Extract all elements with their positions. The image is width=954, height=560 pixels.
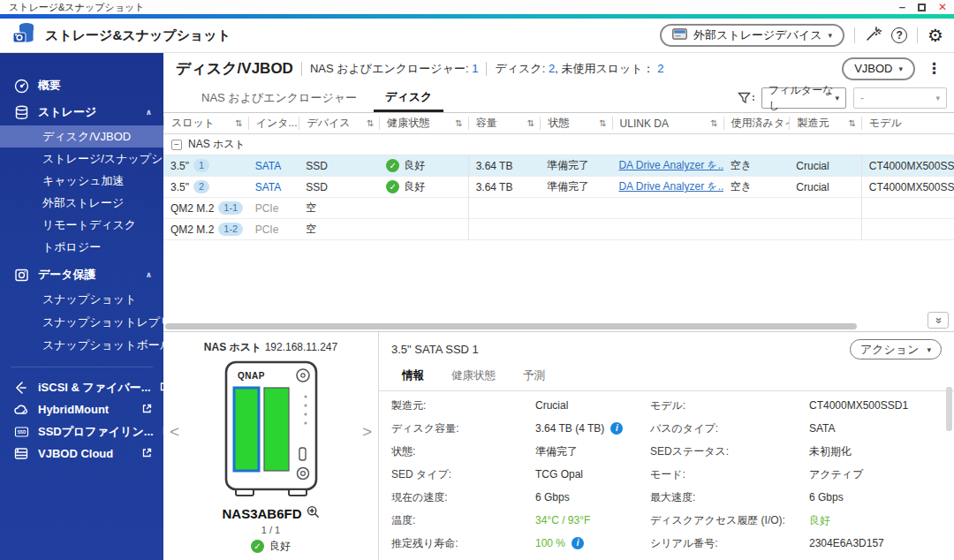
sort-icon[interactable]: ⇅ [599,118,606,128]
sort-icon[interactable]: ⇅ [527,118,534,128]
enclosure-name-row: NAS3AB6FD [222,505,319,522]
tab-health[interactable]: 健康状態 [451,368,496,383]
column-header-ulink-da[interactable]: ULINK DA⇅ [612,117,723,130]
info-row-sed-type: SED タイプ:TCG Opal [391,463,650,486]
sidebar-item-label: リモートディスク [42,217,136,233]
collapse-group-icon[interactable]: − [171,140,182,150]
sidebar-group-data-protection[interactable]: データ保護 ∧ [0,261,163,288]
sidebar-item-label: 外部ストレージ [42,195,124,211]
tab-bar: NAS およびエンクロージャー ディスク フィルターなし ▾ - [163,84,954,113]
sidebar-item-ssd-profiling[interactable]: SSD SSDプロファイリン... [0,420,163,443]
column-header-used-type[interactable]: 使用済みタイ... [723,117,790,130]
nas-enclosure-image[interactable]: QNAP [222,359,321,503]
collapse-panel-button[interactable]: « [928,312,949,329]
minimize-icon[interactable]: – [899,3,905,11]
column-header-status[interactable]: 状態⇅ [540,117,611,130]
column-header-device[interactable]: デバイス⇅ [299,117,379,130]
divider [854,27,855,43]
disk-detail-panel: 3.5" SATA SSD 1 アクション ▾ 情報 健康状態 予測 製造元:C… [378,332,954,560]
info-icon[interactable]: i [610,422,623,435]
info-row-vendor: 製造元:Crucial [391,394,650,417]
sidebar-item-overview[interactable]: 概要 [0,72,163,99]
zoom-enclosure-icon[interactable] [307,505,320,522]
enclosure-name: NAS3AB6FD [222,506,301,521]
da-drive-analyzer-link[interactable]: DA Drive Analyzer を... [618,158,723,173]
vertical-scrollbar[interactable] [946,387,952,431]
ssd-icon: SSD [13,426,29,438]
app-identity: ストレージ&スナップショット [12,21,231,49]
chevron-up-icon[interactable]: ∧ [146,270,152,279]
filter-dropdown[interactable]: フィルターなし ▾ [761,87,846,109]
sort-icon[interactable]: ⇅ [848,118,855,128]
filter-dots [753,95,754,101]
filter-funnel-icon[interactable] [738,92,754,104]
sidebar-group-storage[interactable]: ストレージ ∧ [0,99,163,125]
info-icon[interactable]: i [572,537,584,549]
slot-number-badge: 1-2 [218,223,243,236]
tab-info[interactable]: 情報 [402,368,424,383]
column-header-vendor[interactable]: 製造元⇅ [789,117,860,130]
sidebar-item-snapshot-replica[interactable]: スナップショットレプリカ [0,311,163,334]
interface-link[interactable]: SATA [255,160,282,172]
os-titlebar: ストレージ&スナップショット – ✕ [0,0,954,14]
sidebar-item-iscsi-fibre[interactable]: iSCSI & ファイバー... [0,376,163,398]
sidebar-item-label: スナップショットレプリカ [42,314,184,330]
maximize-icon[interactable] [918,4,926,11]
sidebar-item-remote-disk[interactable]: リモートディスク [0,214,163,236]
sort-icon[interactable]: ⇅ [455,118,462,128]
table-row[interactable]: 3.5"2 SATA SSD ✓良好 3.64 TB 準備完了 DA Drive… [163,177,954,198]
sidebar-item-external-storage[interactable]: 外部ストレージ [0,192,163,214]
sidebar-item-cache-acceleration[interactable]: キャッシュ加速 [0,170,163,192]
sidebar-item-vjbod-cloud[interactable]: VJBOD Cloud [0,443,163,465]
column-header-capacity[interactable]: 容量⇅ [468,117,540,130]
interface-link[interactable]: SATA [255,181,282,193]
da-drive-analyzer-link[interactable]: DA Drive Analyzer を... [618,179,723,194]
table-row[interactable]: QM2 M.21-1 PCIe 空 [163,198,954,219]
gear-icon[interactable]: ⚙ [928,26,943,44]
sidebar-item-snapshot-vault[interactable]: スナップショットボールト [0,334,163,357]
secondary-filter-dropdown[interactable]: - ▾ [853,87,947,109]
slot-number-badge: 1-1 [218,201,243,215]
external-link-icon [142,403,152,416]
external-storage-device-button[interactable]: 外部ストレージデバイス ▾ [660,24,844,47]
sidebar-item-storage-snapshots[interactable]: ストレージ/スナップショ... [0,148,163,170]
sort-icon[interactable]: ⇅ [710,118,717,128]
sidebar-item-hybridmount[interactable]: HybridMount [0,398,163,420]
sidebar-item-snapshot[interactable]: スナップショット [0,288,163,311]
chevron-up-icon[interactable]: ∧ [146,108,152,117]
carousel-right-icon[interactable]: > [359,419,375,445]
column-header-slot[interactable]: スロット⇅ [163,117,248,130]
tab-nas-enclosure[interactable]: NAS およびエンクロージャー [190,84,368,112]
magic-wand-icon[interactable] [865,26,882,46]
external-link-icon [142,447,152,460]
health-check-icon: ✓ [386,180,399,193]
summary-disks: ディスク: 2, 未使用スロット： 2 [495,61,663,77]
column-header-interface[interactable]: インタ...⇅ [248,117,299,130]
storage-snapshots-app-icon [12,21,37,49]
table-row[interactable]: 3.5"1 SATA SSD ✓良好 3.64 TB 準備完了 DA Drive… [163,155,954,177]
sort-icon[interactable]: ⇅ [367,118,374,128]
carousel-left-icon[interactable]: < [166,419,183,445]
sidebar-item-disk-vjbod[interactable]: ディスク/VJBOD [0,125,163,148]
sidebar-item-label: キャッシュ加速 [42,173,125,189]
chevron-down-icon: ▾ [935,94,940,102]
column-header-health[interactable]: 健康状態⇅ [379,117,467,130]
sidebar-item-topology[interactable]: トポロジー [0,236,163,258]
tab-prediction[interactable]: 予測 [523,368,545,383]
close-icon[interactable]: ✕ [938,1,947,13]
filter-zone: フィルターなし ▾ - ▾ [738,84,954,112]
vjbod-button[interactable]: VJBOD ▾ [842,57,915,80]
group-label: NAS ホスト [188,137,246,152]
divider [379,390,954,391]
sidebar-item-label: HybridMount [38,403,109,416]
sort-icon[interactable]: ⇅ [235,118,242,128]
table-row[interactable]: QM2 M.21-2 PCIe 空 [163,219,954,240]
tab-disk[interactable]: ディスク [374,84,443,112]
info-row-ata-version: ATA バージョン:10 [391,555,650,560]
action-button[interactable]: アクション ▾ [850,339,942,359]
table-group-row-nas-host[interactable]: − NAS ホスト [163,134,954,155]
kebab-menu-icon[interactable]: ⋮ [923,59,945,78]
help-icon[interactable]: ? [891,27,907,43]
horizontal-scrollbar[interactable] [165,323,857,329]
column-header-model[interactable]: モデル [861,117,954,130]
